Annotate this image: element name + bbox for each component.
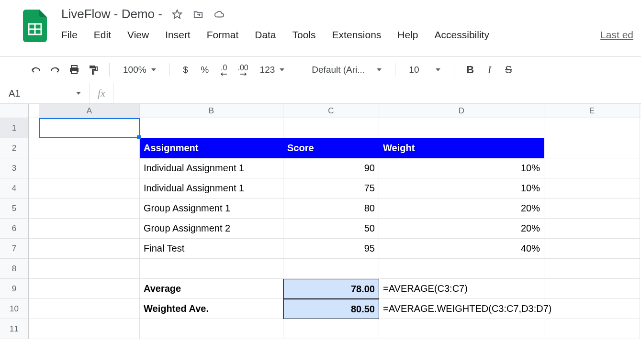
- cell-D7[interactable]: 40%: [379, 239, 544, 259]
- cell-A11[interactable]: [39, 319, 140, 339]
- cloud-status-icon[interactable]: [214, 9, 225, 20]
- cell-C7[interactable]: 95: [283, 239, 379, 259]
- menu-accessibility[interactable]: Accessibility: [435, 27, 497, 43]
- decrease-decimal-button[interactable]: .0: [216, 62, 232, 78]
- percent-format-button[interactable]: %: [197, 62, 213, 78]
- cell-E2[interactable]: [544, 138, 640, 158]
- number-format-dropdown[interactable]: 123: [254, 62, 291, 78]
- cell-E9[interactable]: [544, 279, 640, 299]
- cell-B1[interactable]: [140, 118, 283, 138]
- cell-B3[interactable]: Individual Assignment 1: [140, 158, 283, 178]
- cell-E8[interactable]: [544, 259, 640, 279]
- currency-format-button[interactable]: $: [178, 62, 194, 78]
- increase-decimal-button[interactable]: .00: [235, 62, 251, 78]
- menu-format[interactable]: Format: [207, 27, 247, 43]
- cell-D3[interactable]: 10%: [379, 158, 544, 178]
- cell-E1[interactable]: [544, 118, 640, 138]
- cell-D9[interactable]: =AVERAGE(C3:C7): [379, 279, 544, 299]
- move-folder-icon[interactable]: [193, 9, 203, 20]
- cell-C5[interactable]: 80: [283, 199, 379, 219]
- undo-button[interactable]: [28, 62, 44, 78]
- zoom-dropdown[interactable]: 100%: [117, 62, 162, 78]
- cell-B7[interactable]: Final Test: [140, 239, 283, 259]
- cell-B11[interactable]: [140, 319, 283, 339]
- menu-tools[interactable]: Tools: [292, 27, 324, 43]
- cell-E5[interactable]: [544, 199, 640, 219]
- menu-edit[interactable]: Edit: [94, 27, 119, 43]
- cell-C6[interactable]: 50: [283, 219, 379, 239]
- doc-title[interactable]: LiveFlow - Demo -: [61, 7, 162, 22]
- cell-E11[interactable]: [544, 319, 640, 339]
- cell-E6[interactable]: [544, 219, 640, 239]
- cell-B4[interactable]: Individual Assignment 1: [140, 178, 283, 199]
- print-button[interactable]: [66, 62, 82, 78]
- row-header-9[interactable]: 9: [0, 279, 29, 299]
- cell-A8[interactable]: [39, 259, 140, 279]
- cell-E4[interactable]: [544, 178, 640, 199]
- row-header-7[interactable]: 7: [0, 239, 29, 259]
- cell-E10[interactable]: [544, 299, 640, 319]
- cell-B5[interactable]: Group Assignment 1: [140, 199, 283, 219]
- name-box[interactable]: A1: [0, 83, 90, 103]
- italic-button[interactable]: I: [481, 62, 497, 78]
- cell-A7[interactable]: [39, 239, 140, 259]
- cell-A1[interactable]: [39, 118, 140, 138]
- cell-C1[interactable]: [283, 118, 379, 138]
- row-header-5[interactable]: 5: [0, 199, 29, 219]
- cell-A10[interactable]: [39, 299, 140, 319]
- col-header-D[interactable]: D: [379, 104, 544, 118]
- cell-A9[interactable]: [39, 279, 140, 299]
- col-header-A[interactable]: A: [39, 104, 140, 118]
- menu-help[interactable]: Help: [397, 27, 426, 43]
- cell-D4[interactable]: 10%: [379, 178, 544, 199]
- cell-E3[interactable]: [544, 158, 640, 178]
- cell-A4[interactable]: [39, 178, 140, 199]
- sheets-logo-icon[interactable]: [23, 10, 47, 42]
- font-size-dropdown[interactable]: 10: [403, 62, 446, 78]
- row-header-6[interactable]: 6: [0, 219, 29, 239]
- menu-insert[interactable]: Insert: [165, 27, 198, 43]
- cell-B8[interactable]: [140, 259, 283, 279]
- cell-C11[interactable]: [283, 319, 379, 339]
- row-header-11[interactable]: 11: [0, 319, 29, 339]
- cell-A5[interactable]: [39, 199, 140, 219]
- cell-A3[interactable]: [39, 158, 140, 178]
- row-header-4[interactable]: 4: [0, 178, 29, 199]
- menu-file[interactable]: File: [61, 27, 85, 43]
- last-edit-link[interactable]: Last ed: [600, 27, 641, 43]
- cell-A2[interactable]: [39, 138, 140, 158]
- menu-view[interactable]: View: [127, 27, 157, 43]
- col-header-C[interactable]: C: [283, 104, 379, 118]
- row-header-1[interactable]: 1: [0, 118, 29, 138]
- cell-B2[interactable]: Assignment: [140, 138, 283, 158]
- menu-data[interactable]: Data: [255, 27, 283, 43]
- cell-D11[interactable]: [379, 319, 544, 339]
- cell-C10[interactable]: 80.50: [283, 299, 379, 319]
- row-header-10[interactable]: 10: [0, 299, 29, 319]
- cell-D8[interactable]: [379, 259, 544, 279]
- cell-C3[interactable]: 90: [283, 158, 379, 178]
- cell-A6[interactable]: [39, 219, 140, 239]
- row-header-8[interactable]: 8: [0, 259, 29, 279]
- font-family-dropdown[interactable]: Default (Ari...: [306, 62, 387, 78]
- cell-D1[interactable]: [379, 118, 544, 138]
- cell-D10[interactable]: =AVERAGE.WEIGHTED(C3:C7,D3:D7): [379, 299, 544, 319]
- col-header-B[interactable]: B: [140, 104, 283, 118]
- row-header-2[interactable]: 2: [0, 138, 29, 158]
- strikethrough-button[interactable]: S: [500, 62, 517, 78]
- redo-button[interactable]: [47, 62, 63, 78]
- star-icon[interactable]: [172, 9, 182, 20]
- cell-D5[interactable]: 20%: [379, 199, 544, 219]
- cell-C4[interactable]: 75: [283, 178, 379, 199]
- select-all-corner[interactable]: [0, 104, 29, 118]
- bold-button[interactable]: B: [462, 62, 478, 78]
- cell-C9[interactable]: 78.00: [283, 279, 379, 299]
- cell-C2[interactable]: Score: [283, 138, 379, 158]
- cell-D2[interactable]: Weight: [379, 138, 544, 158]
- col-header-E[interactable]: E: [544, 104, 640, 118]
- menu-extensions[interactable]: Extensions: [332, 27, 389, 43]
- cell-B10[interactable]: Weighted Ave.: [140, 299, 283, 319]
- cell-B6[interactable]: Group Assignment 2: [140, 219, 283, 239]
- formula-input[interactable]: [113, 83, 641, 103]
- cell-E7[interactable]: [544, 239, 640, 259]
